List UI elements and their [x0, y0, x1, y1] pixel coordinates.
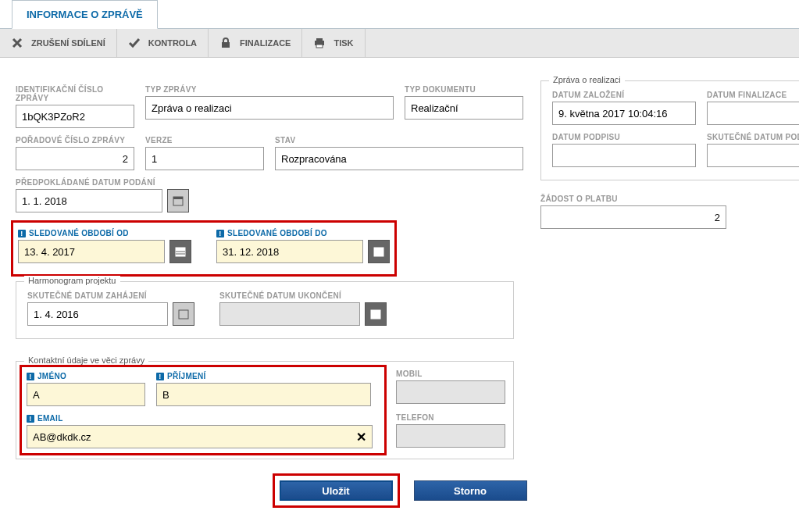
toolbar-finalizace-label: FINALIZACE: [240, 38, 291, 48]
label-verze: VERZE: [145, 136, 264, 145]
toolbar-tisk[interactable]: TISK: [302, 29, 365, 57]
svg-rect-7: [176, 248, 185, 250]
svg-rect-11: [374, 248, 383, 250]
svg-rect-0: [222, 42, 230, 48]
label-stav: STAV: [275, 136, 523, 145]
input-prijmeni[interactable]: [156, 383, 371, 406]
clear-icon[interactable]: ✕: [356, 430, 366, 445]
toolbar-finalizace[interactable]: FINALIZACE: [209, 29, 302, 57]
calendar-icon[interactable]: [173, 302, 194, 326]
input-skut-zahaj[interactable]: [27, 302, 168, 326]
label-jmeno: !JMÉNO: [27, 372, 145, 380]
input-datum-finalizace[interactable]: [707, 102, 799, 125]
required-icon: !: [27, 373, 34, 380]
input-skut-ukon: [219, 302, 360, 326]
label-email: !EMAIL: [27, 414, 380, 423]
label-telefon: TELEFON: [396, 413, 505, 422]
legend-kontakt: Kontaktní údaje ve věci zprávy: [24, 355, 148, 365]
legend-zprava-realizaci: Zpráva o realizaci: [549, 75, 625, 84]
toolbar-cancel-share-label: ZRUŠENÍ SDÍLENÍ: [31, 38, 105, 48]
label-sled-od: !SLEDOVANÉ OBDOBÍ OD: [18, 229, 191, 237]
fieldset-kontakt: Kontaktní údaje ve věci zprávy !JMÉNO !P…: [16, 361, 514, 459]
toolbar: ZRUŠENÍ SDÍLENÍ KONTROLA FINALIZACE TISK: [0, 29, 799, 58]
input-mobil[interactable]: [396, 380, 505, 404]
label-typ-dokumentu: TYP DOKUMENTU: [405, 85, 523, 94]
input-predpokl[interactable]: [16, 189, 162, 212]
check-icon: [128, 37, 141, 49]
svg-rect-5: [173, 197, 183, 199]
save-highlight: Uložit: [273, 473, 400, 508]
svg-rect-3: [316, 45, 323, 48]
input-datum-podpisu[interactable]: [552, 144, 696, 167]
label-datum-zalozeni: DATUM ZALOŽENÍ: [552, 91, 696, 99]
input-telefon[interactable]: [396, 424, 505, 448]
fieldset-zprava-realizaci: Zpráva o realizaci DATUM ZALOŽENÍ DATUM …: [540, 80, 799, 180]
label-predpokl: PŘEDPOKLÁDANÉ DATUM PODÁNÍ: [16, 178, 189, 187]
kontakt-highlight: !JMÉNO !PŘÍJMENÍ !EMAIL: [20, 365, 387, 455]
toolbar-kontrola[interactable]: KONTROLA: [117, 29, 209, 57]
label-skut-zahaj: SKUTEČNÉ DATUM ZAHÁJENÍ: [27, 291, 194, 300]
input-skut-podani[interactable]: [707, 144, 799, 167]
calendar-icon[interactable]: [169, 240, 191, 263]
toolbar-cancel-share[interactable]: ZRUŠENÍ SDÍLENÍ: [0, 29, 117, 57]
input-typ-dokumentu[interactable]: [405, 96, 523, 120]
lock-icon: [219, 37, 232, 49]
input-jmeno[interactable]: [27, 383, 145, 406]
label-typ-zpravy: TYP ZPRÁVY: [145, 85, 394, 94]
legend-harmonogram: Harmonogram projektu: [24, 276, 120, 285]
cancel-button[interactable]: Storno: [414, 480, 527, 501]
label-poradove: POŘADOVÉ ČÍSLO ZPRÁVY: [16, 136, 134, 145]
input-stav[interactable]: [275, 147, 523, 170]
x-icon: [11, 37, 23, 49]
input-sled-od[interactable]: [18, 240, 165, 263]
label-zadost: ŽÁDOST O PLATBU: [540, 195, 799, 203]
label-sled-do: !SLEDOVANÉ OBDOBÍ DO: [216, 229, 390, 237]
calendar-icon[interactable]: [368, 240, 390, 263]
svg-rect-13: [371, 310, 380, 319]
save-button[interactable]: Uložit: [280, 480, 393, 501]
tab-info[interactable]: INFORMACE O ZPRÁVĚ: [12, 0, 158, 29]
fieldset-harmonogram: Harmonogram projektu SKUTEČNÉ DATUM ZAHÁ…: [16, 281, 514, 339]
input-email[interactable]: [27, 425, 373, 448]
toolbar-kontrola-label: KONTROLA: [148, 38, 197, 48]
input-datum-zalozeni[interactable]: [552, 102, 696, 125]
toolbar-tisk-label: TISK: [334, 38, 353, 48]
print-icon: [313, 37, 326, 49]
input-id-zpravy[interactable]: [16, 105, 134, 128]
input-sled-do[interactable]: [216, 240, 363, 263]
calendar-icon[interactable]: [365, 302, 387, 326]
required-icon: !: [216, 230, 224, 237]
input-verze[interactable]: [145, 147, 264, 170]
label-id-zpravy: IDENTIFIKAČNÍ ČÍSLO ZPRÁVY: [16, 85, 134, 102]
svg-rect-12: [179, 310, 188, 319]
label-skut-ukon: SKUTEČNÉ DATUM UKONČENÍ: [219, 291, 387, 300]
calendar-icon[interactable]: [167, 189, 189, 212]
sledovane-highlight: !SLEDOVANÉ OBDOBÍ OD !SLEDOVANÉ OBDOBÍ D…: [11, 220, 397, 277]
label-skut-podani: SKUTEČNÉ DATUM PODÁNÍ: [707, 133, 799, 141]
required-icon: !: [27, 415, 34, 423]
input-typ-zpravy[interactable]: [145, 96, 394, 120]
label-datum-podpisu: DATUM PODPISU: [552, 133, 696, 141]
required-icon: !: [156, 373, 164, 380]
label-prijmeni: !PŘÍJMENÍ: [156, 372, 371, 380]
label-datum-finalizace: DATUM FINALIZACE: [707, 91, 799, 99]
svg-rect-2: [316, 38, 323, 41]
label-mobil: MOBIL: [396, 370, 505, 378]
input-poradove[interactable]: [16, 147, 134, 170]
input-zadost[interactable]: [540, 205, 726, 229]
required-icon: !: [18, 230, 26, 237]
